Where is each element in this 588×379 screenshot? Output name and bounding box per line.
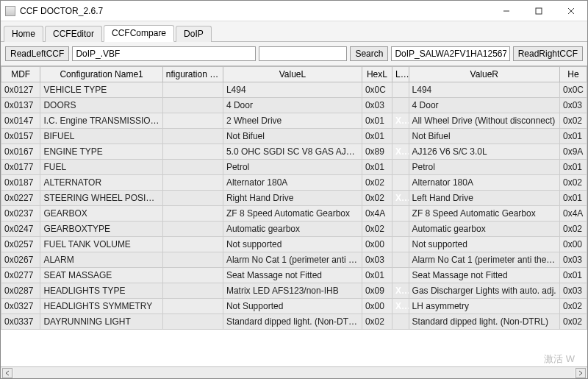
cell-hex-l: 0x09 [362, 283, 392, 299]
cell-hex-l: 0x00 [362, 237, 392, 252]
search-button[interactable]: Search [350, 46, 388, 61]
cell-hex-l: 0x02 [362, 175, 392, 191]
col-config-name2[interactable]: nfiguration Nam [162, 67, 223, 82]
tab-home[interactable]: Home [4, 26, 43, 42]
cell-hex-l: 0x0C [362, 82, 392, 98]
cell-lr [392, 222, 409, 237]
cell-value-l: 4 Door [223, 98, 362, 113]
tab-ccfcompare[interactable]: CCFCompare [104, 25, 174, 42]
cell-lr: XX [392, 113, 409, 129]
cell-value-l: Right Hand Drive [223, 191, 362, 206]
table-row[interactable]: 0x0187ALTERNATORAlternator 180A0x02Alter… [1, 175, 587, 191]
cell-lr [392, 175, 409, 191]
cell-value-r: 4 Door [409, 98, 559, 113]
cell-config-name2 [162, 222, 223, 237]
cell-value-l: Matrix LED AFS123/non-IHB [223, 283, 362, 299]
table-row[interactable]: 0x0227STEERING WHEEL POSITIONRight Hand … [1, 191, 587, 206]
table-row[interactable]: 0x0287HEADLIGHTS TYPEMatrix LED AFS123/n… [1, 283, 587, 299]
cell-config-name2 [162, 299, 223, 314]
tab-ccfeditor[interactable]: CCFEditor [45, 26, 102, 42]
cell-mdf: 0x0147 [1, 113, 40, 129]
cell-lr [392, 98, 409, 113]
cell-hex-l: 0x00 [362, 299, 392, 314]
table-row[interactable]: 0x0237GEARBOXZF 8 Speed Automatic Gearbo… [1, 206, 587, 222]
close-button[interactable] [555, 1, 587, 21]
cell-value-r: L494 [409, 82, 559, 98]
table-row[interactable]: 0x0147I.C. Engine TRANSMISSION - ...2 Wh… [1, 113, 587, 129]
table-row[interactable]: 0x0327HEADLIGHTS SYMMETRYNot Supported0x… [1, 299, 587, 314]
cell-mdf: 0x0137 [1, 98, 40, 113]
cell-mdf: 0x0177 [1, 160, 40, 175]
cell-value-l: Not supported [223, 237, 362, 252]
cell-hex-r: 0x4A [559, 206, 587, 222]
cell-config-name2 [162, 160, 223, 175]
table-row[interactable]: 0x0157BIFUELNot Bifuel0x01Not Bifuel0x01 [1, 129, 587, 144]
cell-value-l: 2 Wheel Drive [223, 113, 362, 129]
cell-hex-l: 0x01 [362, 129, 392, 144]
cell-hex-r: 0x03 [559, 98, 587, 113]
col-value-r[interactable]: ValueR [409, 67, 559, 82]
cell-value-r: LH asymmetry [409, 299, 559, 314]
cell-mdf: 0x0287 [1, 283, 40, 299]
scroll-track[interactable] [14, 368, 574, 378]
col-config-name1[interactable]: Configuration Name1 [40, 67, 162, 82]
table-row[interactable]: 0x0177FUELPetrol0x01Petrol0x01 [1, 160, 587, 175]
cell-value-l: L494 [223, 82, 362, 98]
table-row[interactable]: 0x0167ENGINE TYPE5.0 OHC SGDI SC V8 GAS … [1, 144, 587, 160]
cell-mdf: 0x0187 [1, 175, 40, 191]
read-right-ccf-button[interactable]: ReadRightCCF [513, 46, 583, 61]
cell-value-r: Alarm No Cat 1 (perimeter anti theft) D.… [409, 252, 559, 268]
scroll-right-arrow-icon[interactable] [576, 368, 586, 378]
cell-value-r: Gas Discharger Lights with auto. adj. [409, 283, 559, 299]
cell-mdf: 0x0157 [1, 129, 40, 144]
cell-value-l: Alarm No Cat 1 (perimeter anti theft... [223, 252, 362, 268]
minimize-button[interactable] [490, 1, 523, 21]
window-title: CCF DOCTOR_2.6.7 [20, 6, 103, 16]
table-row[interactable]: 0x0257FUEL TANK VOLUMENot supported0x00N… [1, 237, 587, 252]
cell-value-r: Standard dipped light. (Non-DTRL) [409, 314, 559, 330]
cell-value-l: Not Supported [223, 299, 362, 314]
horizontal-scrollbar[interactable] [1, 366, 587, 378]
table-row[interactable]: 0x0247GEARBOXTYPEAutomatic gearbox0x02Au… [1, 222, 587, 237]
cell-config-name1: ALARM [40, 252, 162, 268]
maximize-button[interactable] [523, 1, 555, 21]
cell-value-l: Petrol [223, 160, 362, 175]
scroll-left-arrow-icon[interactable] [2, 368, 12, 378]
read-left-ccf-button[interactable]: ReadLeftCCF [5, 46, 69, 61]
table-row[interactable]: 0x0337DAYRUNNING LIGHTStandard dipped li… [1, 314, 587, 330]
cell-config-name1: HEADLIGHTS TYPE [40, 283, 162, 299]
cell-hex-r: 0x9A [559, 144, 587, 160]
cell-mdf: 0x0167 [1, 144, 40, 160]
table-row[interactable]: 0x0267ALARMAlarm No Cat 1 (perimeter ant… [1, 252, 587, 268]
search-file-input[interactable] [391, 46, 509, 61]
cell-hex-r: 0x03 [559, 283, 587, 299]
cell-lr: XX [392, 299, 409, 314]
svg-rect-1 [536, 8, 542, 14]
cell-value-r: Not supported [409, 237, 559, 252]
table-row[interactable]: 0x0277SEAT MASSAGESeat Massage not Fitte… [1, 268, 587, 283]
cell-mdf: 0x0267 [1, 252, 40, 268]
cell-lr [392, 129, 409, 144]
cell-lr: XX [392, 144, 409, 160]
compare-grid[interactable]: MDF Configuration Name1 nfiguration Nam … [1, 66, 587, 366]
cell-config-name1: ALTERNATOR [40, 175, 162, 191]
spacer-input[interactable] [259, 46, 347, 61]
cell-config-name2 [162, 191, 223, 206]
cell-value-l: Automatic gearbox [223, 222, 362, 237]
col-hex-r[interactable]: He [559, 67, 587, 82]
table-row[interactable]: 0x0137DOORS4 Door0x034 Door0x03 [1, 98, 587, 113]
table-row[interactable]: 0x0127VEHICLE TYPEL4940x0CL4940x0C [1, 82, 587, 98]
cell-hex-r: 0x02 [559, 175, 587, 191]
col-hex-l[interactable]: HexL [362, 67, 392, 82]
tab-doip[interactable]: DoIP [176, 26, 212, 42]
header-row[interactable]: MDF Configuration Name1 nfiguration Nam … [1, 67, 587, 82]
cell-lr [392, 268, 409, 283]
cell-config-name2 [162, 113, 223, 129]
col-lr[interactable]: L|R [392, 67, 409, 82]
cell-value-r: Petrol [409, 160, 559, 175]
col-mdf[interactable]: MDF [1, 67, 40, 82]
col-value-l[interactable]: ValueL [223, 67, 362, 82]
left-file-input[interactable] [72, 46, 256, 61]
cell-value-r: Left Hand Drive [409, 191, 559, 206]
cell-mdf: 0x0327 [1, 299, 40, 314]
